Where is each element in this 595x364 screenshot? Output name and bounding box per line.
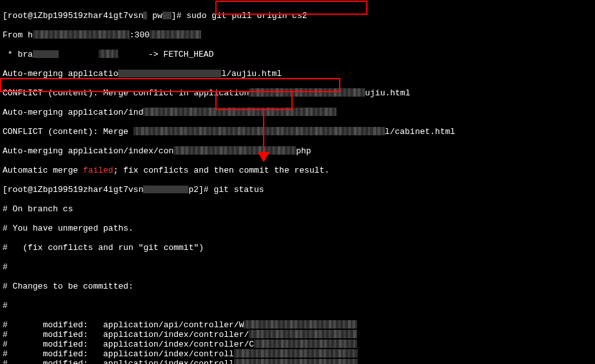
conflict-tail: ujiu.html (365, 88, 410, 98)
prompt-line-2[interactable]: [root@iZbp199519zhar4igt7vsnp2]# git sta… (3, 185, 592, 195)
redacted (234, 349, 358, 358)
file-path: # modified: application/api/controller/W (3, 320, 244, 330)
redacted (244, 320, 357, 329)
automerge-tail: php (296, 146, 311, 156)
terminal-output: [root@iZbp199519zhar4igt7vsn pw]# sudo g… (0, 0, 595, 364)
branch-line: * bra -> FETCH_HEAD (3, 50, 592, 59)
prompt-end: ]# (171, 11, 186, 21)
status-line: # (fix conflicts and run "git commit") (3, 243, 592, 253)
fail-word: failed (83, 166, 113, 175)
conflict-text: CONFLICT (content): Merge (3, 127, 133, 137)
redacted (234, 359, 358, 364)
fetch-head: FETCH_HEAD (163, 50, 213, 59)
prompt-host: [root@iZbp199519zhar4igt7vsn (3, 185, 143, 195)
git-status-command: git status (213, 185, 264, 195)
conflict-line: CONFLICT (content): Merge l/cabinet.html (3, 127, 592, 137)
status-line: # Changes to be committed: (3, 282, 592, 291)
redacted (249, 330, 357, 338)
conflict-tail: l/cabinet.html (385, 127, 455, 137)
redacted (99, 50, 118, 58)
branch-prefix: * bra (3, 50, 33, 59)
prompt-end: p2]# (188, 185, 208, 195)
file-path: # modified: application/index/controller… (3, 330, 249, 340)
fail-suffix: ; fix conflicts and then commit the resu… (113, 166, 329, 175)
modified-file-line: # modified: application/api/controller/W (3, 320, 592, 330)
redacted (143, 108, 337, 116)
modified-files-list: # modified: application/api/controller/W… (3, 320, 592, 364)
modified-file-line: # modified: application/index/controller… (3, 340, 592, 349)
conflict-text: CONFLICT (content): Merge conflict in ap… (3, 88, 249, 98)
redacted (133, 127, 385, 135)
status-line: # (3, 301, 592, 311)
file-path: # modified: application/index/controll (3, 359, 234, 364)
automerge-text: Auto-merging applicatio (3, 69, 118, 79)
automerge-line: Auto-merging applicatiol/aujiu.html (3, 69, 592, 79)
redacted (118, 70, 221, 77)
automerge-text: Auto-merging application/ind (3, 108, 143, 117)
prompt-pw: pw (147, 11, 162, 21)
modified-file-line: # modified: application/index/controll (3, 359, 592, 364)
redacted (173, 146, 296, 155)
prompt-host: [root@iZbp199519zhar4igt7vsn (3, 11, 143, 21)
from-line: From h:300 (3, 30, 592, 40)
redacted (33, 30, 130, 39)
redacted (143, 186, 188, 193)
status-line: # On branch cs (3, 204, 592, 214)
git-pull-command: sudo git pull origin cs2 (186, 11, 307, 21)
merge-failed-line: Automatic merge failed; fix conflicts an… (3, 166, 592, 175)
redacted (162, 12, 171, 19)
redacted (33, 50, 59, 58)
automerge-line: Auto-merging application/index/conphp (3, 146, 592, 156)
redacted (254, 340, 357, 348)
fail-prefix: Automatic merge (3, 166, 83, 175)
conflict-line: CONFLICT (content): Merge conflict in ap… (3, 88, 592, 98)
from-prefix: From h (3, 30, 33, 40)
redacted (150, 30, 201, 39)
modified-file-line: # modified: application/index/controller… (3, 330, 592, 340)
automerge-line: Auto-merging application/ind (3, 108, 592, 117)
prompt-line-1[interactable]: [root@iZbp199519zhar4igt7vsn pw]# sudo g… (3, 11, 592, 21)
automerge-text: Auto-merging application/index/con (3, 146, 173, 156)
file-path: # modified: application/index/controll (3, 349, 234, 359)
file-path: # modified: application/index/controller… (3, 340, 254, 349)
status-line: # (3, 262, 592, 272)
redacted (249, 88, 365, 97)
from-port: :300 (130, 30, 150, 40)
status-line: # You have unmerged paths. (3, 224, 592, 233)
automerge-tail: l/aujiu.html (221, 69, 282, 79)
redacted (143, 12, 147, 19)
modified-file-line: # modified: application/index/controll (3, 349, 592, 359)
